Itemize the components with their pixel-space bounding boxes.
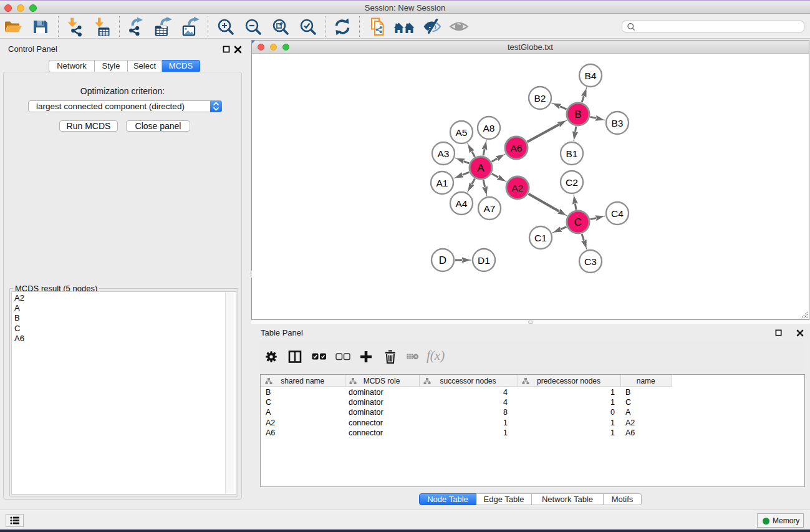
svg-text:A3: A3 (438, 148, 450, 159)
svg-text:B4: B4 (585, 70, 597, 81)
svg-text:C1: C1 (534, 233, 547, 243)
svg-text:B3: B3 (612, 118, 624, 128)
svg-text:A7: A7 (484, 203, 496, 214)
svg-text:A2: A2 (512, 183, 524, 193)
svg-text:B1: B1 (566, 148, 578, 159)
svg-text:B2: B2 (534, 93, 546, 104)
svg-text:B: B (574, 109, 581, 120)
svg-text:D: D (439, 254, 446, 266)
svg-text:A1: A1 (436, 178, 448, 188)
svg-text:A8: A8 (483, 123, 495, 133)
svg-text:C3: C3 (584, 256, 597, 267)
svg-text:A4: A4 (456, 198, 468, 209)
svg-text:D1: D1 (478, 255, 490, 266)
svg-text:A: A (477, 162, 485, 174)
svg-text:A5: A5 (456, 127, 468, 138)
svg-text:C4: C4 (611, 208, 624, 219)
svg-text:C: C (574, 216, 582, 228)
svg-text:A6: A6 (511, 143, 523, 153)
svg-text:C2: C2 (566, 177, 578, 188)
